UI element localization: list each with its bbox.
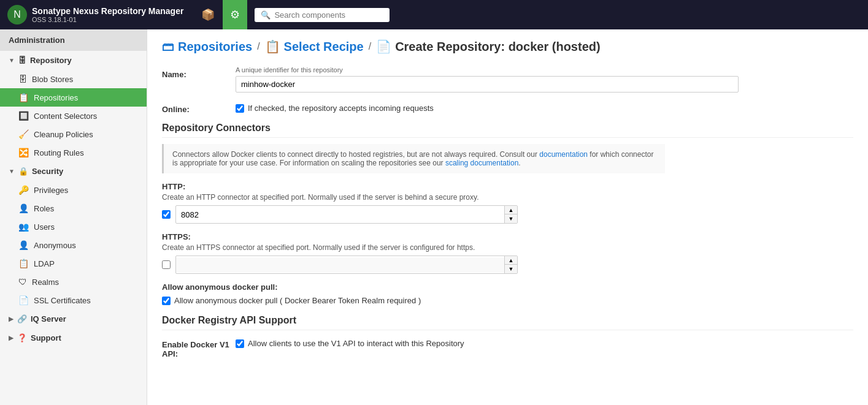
connectors-info-box: Connectors allow Docker clients to conne… — [162, 144, 665, 173]
info-text-3: . — [518, 159, 520, 167]
v1-api-checkbox-row: Allow clients to use the V1 API to inter… — [236, 336, 853, 348]
v1-api-checkbox-label: Allow clients to use the V1 API to inter… — [248, 339, 464, 348]
anon-pull-checkbox[interactable] — [162, 297, 171, 305]
ldap-icon: 📋 — [18, 259, 29, 268]
support-icon: ❓ — [17, 333, 27, 343]
https-port-input-wrapper: ▲ ▼ — [175, 255, 518, 274]
breadcrumb-current: 📄 Create Repository: docker (hosted) — [376, 39, 601, 54]
http-checkbox[interactable] — [162, 210, 171, 219]
name-row: Name: A unique identifier for this repos… — [162, 66, 853, 93]
breadcrumb-current-icon: 📄 — [376, 39, 391, 54]
sidebar-item-anonymous[interactable]: 👤 Anonymous — [0, 236, 147, 254]
anon-pull-row: Allow anonymous docker pull ( Docker Bea… — [162, 293, 853, 305]
browse-icon-btn[interactable]: 📦 — [196, 0, 220, 29]
scaling-docs-link[interactable]: scaling documentation — [445, 159, 518, 167]
logo-icon: N — [7, 5, 27, 25]
sidebar: Administration ▼ 🗄 Repository 🗄 Blob Sto… — [0, 29, 147, 405]
topbar: N Sonatype Nexus Repository Manager OSS … — [0, 0, 868, 29]
sidebar-item-ssl-certificates[interactable]: 📄 SSL Certificates — [0, 291, 147, 309]
sidebar-item-blob-stores[interactable]: 🗄 Blob Stores — [0, 70, 147, 88]
online-field: If checked, the repository accepts incom… — [236, 101, 853, 113]
online-checkbox-row: If checked, the repository accepts incom… — [236, 101, 853, 113]
sidebar-item-privileges[interactable]: 🔑 Privileges — [0, 181, 147, 199]
breadcrumb-select-recipe[interactable]: 📋 Select Recipe — [265, 39, 364, 54]
sidebar-item-routing-rules[interactable]: 🔀 Routing Rules — [0, 143, 147, 162]
sidebar-section-repository[interactable]: ▼ 🗄 Repository — [0, 51, 147, 70]
info-text-1: Connectors allow Docker clients to conne… — [172, 150, 539, 159]
anon-pull-label: Allow anonymous docker pull: — [162, 282, 853, 292]
docs-link[interactable]: documentation — [539, 150, 588, 159]
https-port-input[interactable] — [176, 257, 504, 273]
https-port-row: ▲ ▼ — [162, 255, 518, 274]
anon-pull-checkbox-label: Allow anonymous docker pull ( Docker Bea… — [174, 296, 421, 305]
settings-icon-btn[interactable]: ⚙ — [223, 0, 247, 29]
main-layout: Administration ▼ 🗄 Repository 🗄 Blob Sto… — [0, 29, 868, 405]
sidebar-icon-security: 🔒 — [18, 167, 28, 176]
sidebar-item-ldap[interactable]: 📋 LDAP — [0, 254, 147, 273]
cleanup-policies-icon: 🧹 — [18, 129, 29, 139]
https-port-spinners: ▲ ▼ — [504, 256, 517, 273]
breadcrumb-recipe-icon: 📋 — [265, 39, 280, 54]
online-row: Online: If checked, the repository accep… — [162, 101, 853, 114]
sidebar-item-users[interactable]: 👥 Users — [0, 218, 147, 236]
roles-icon: 👤 — [18, 203, 29, 213]
blob-stores-icon: 🗄 — [18, 74, 27, 84]
sidebar-section-security[interactable]: ▼ 🔒 Security — [0, 162, 147, 181]
app-title: Sonatype Nexus Repository Manager OSS 3.… — [32, 6, 183, 23]
v1-api-checkbox[interactable] — [236, 339, 244, 348]
breadcrumb-sep-1: / — [257, 41, 259, 52]
routing-rules-icon: 🔀 — [18, 148, 29, 157]
anonymous-icon: 👤 — [18, 240, 29, 250]
topbar-icons: 📦 ⚙ — [196, 0, 247, 29]
v1-api-row: Enable Docker V1 API: Allow clients to u… — [162, 336, 853, 358]
http-port-input-wrapper: ▲ ▼ — [175, 205, 518, 224]
sidebar-item-roles[interactable]: 👤 Roles — [0, 199, 147, 218]
http-port-up[interactable]: ▲ — [505, 206, 517, 214]
caret-security: ▼ — [9, 168, 15, 175]
sidebar-item-iq-server[interactable]: ▶ 🔗 IQ Server — [0, 309, 147, 328]
caret-repository: ▼ — [9, 57, 15, 64]
http-port-down[interactable]: ▼ — [505, 214, 517, 223]
http-port-input[interactable] — [176, 207, 504, 222]
v1-api-label: Enable Docker V1 API: — [162, 336, 236, 358]
repo-connectors-title: Repository Connectors — [162, 123, 853, 138]
sidebar-header: Administration — [0, 29, 147, 51]
breadcrumb-sep-2: / — [369, 41, 371, 52]
https-desc: Create an HTTPS connector at specified p… — [162, 243, 665, 252]
search-input[interactable] — [274, 10, 372, 20]
https-checkbox[interactable] — [162, 260, 171, 269]
http-port-spinners: ▲ ▼ — [504, 206, 517, 223]
online-checkbox-label: If checked, the repository accepts incom… — [248, 104, 434, 113]
name-hint: A unique identifier for this repository — [236, 66, 853, 74]
content-area: 🗃 Repositories / 📋 Select Recipe / 📄 Cre… — [147, 29, 868, 405]
http-desc: Create an HTTP connector at specified po… — [162, 193, 665, 202]
app-name: Sonatype Nexus Repository Manager — [32, 6, 183, 16]
breadcrumb-repositories[interactable]: 🗃 Repositories — [162, 40, 252, 54]
online-label: Online: — [162, 101, 236, 114]
search-icon: 🔍 — [261, 10, 271, 20]
sidebar-item-content-selectors[interactable]: 🔲 Content Selectors — [0, 107, 147, 125]
ssl-certificates-icon: 📄 — [18, 295, 29, 305]
search-bar: 🔍 — [255, 8, 390, 22]
repositories-icon: 📋 — [18, 93, 29, 102]
sidebar-item-cleanup-policies[interactable]: 🧹 Cleanup Policies — [0, 125, 147, 143]
content-selectors-icon: 🔲 — [18, 111, 29, 121]
online-checkbox[interactable] — [236, 104, 244, 113]
breadcrumb: 🗃 Repositories / 📋 Select Recipe / 📄 Cre… — [162, 39, 853, 54]
sidebar-item-realms[interactable]: 🛡 Realms — [0, 273, 147, 291]
name-input[interactable] — [236, 76, 739, 93]
https-port-down[interactable]: ▼ — [505, 265, 517, 273]
iq-server-icon: 🔗 — [17, 314, 27, 324]
docker-registry-title: Docker Registry API Support — [162, 315, 853, 330]
realms-icon: 🛡 — [18, 277, 27, 287]
https-label: HTTPS: — [162, 232, 853, 241]
name-label: Name: — [162, 66, 236, 79]
sidebar-item-support[interactable]: ▶ ❓ Support — [0, 328, 147, 347]
caret-iq-server: ▶ — [9, 316, 13, 322]
http-port-row: ▲ ▼ — [162, 205, 518, 224]
sidebar-item-repositories[interactable]: 📋 Repositories — [0, 88, 147, 107]
https-port-up[interactable]: ▲ — [505, 256, 517, 265]
app-version: OSS 3.18.1-01 — [32, 16, 183, 23]
app-logo: N Sonatype Nexus Repository Manager OSS … — [7, 5, 183, 25]
breadcrumb-repos-icon: 🗃 — [162, 40, 174, 54]
